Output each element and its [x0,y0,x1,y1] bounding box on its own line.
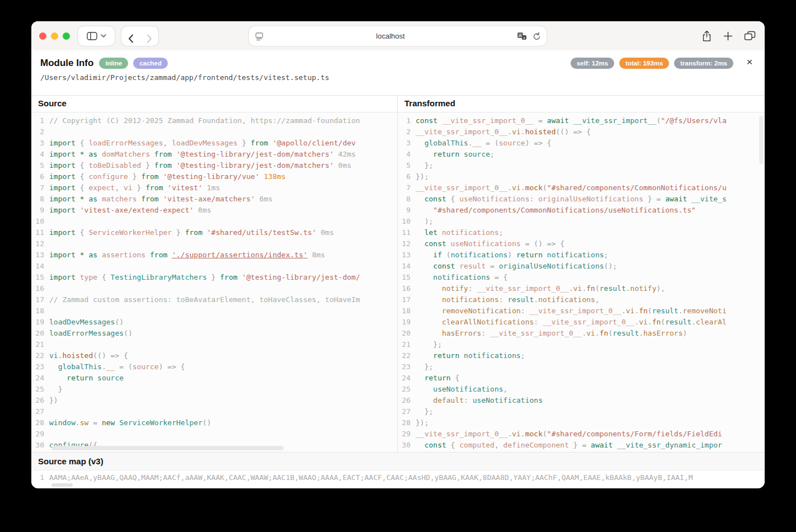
code-token: import [49,139,76,147]
code-token: . [76,418,80,427]
code-line: 8import * as matchers from 'vitest-axe/m… [31,194,397,205]
code-token: "#shared/components/CommonNotifications/… [433,206,696,214]
line-number: 27 [398,406,416,417]
page-title: Module Info [40,58,93,69]
forward-button[interactable] [140,29,158,43]
code-token: hoisted [525,128,556,136]
line-number: 12 [31,238,49,249]
code-token [416,385,433,393]
code-token: vi [639,318,648,326]
code-token [416,251,433,259]
line-number: 17 [398,294,416,305]
close-window-button[interactable] [39,32,46,40]
code-text: notifications: result.notifications, [416,294,600,305]
code-line: 5import { toBeDisabled } from '@testing-… [31,160,397,171]
code-token: useNotifications [459,195,529,203]
code-token: vi [586,329,595,337]
code-token: ServiceWorkerHelper [88,228,172,237]
translate-icon[interactable]: Ax [517,32,527,41]
code-token: clearAllNotifications [442,318,534,326]
code-token: vi [512,430,521,438]
line-number: 8 [398,194,416,205]
line-number: 23 [398,361,416,373]
code-token: matchers [102,195,137,203]
code-text: loadErrorMessages() [49,328,133,339]
code-token: , [595,295,600,304]
code-token: } [128,172,141,181]
code-token: . [102,362,106,371]
code-token: ), [657,284,666,293]
code-line: 18 removeNotification: __vite_ssr_import… [398,305,765,317]
line-number: 8 [31,194,49,205]
code-token: , [494,441,503,449]
code-token: ( [442,251,451,259]
line-number: 26 [398,395,416,406]
back-button[interactable] [121,29,140,43]
zoom-window-button[interactable] [63,32,70,40]
code-token [416,139,425,147]
page-format-icon[interactable] [255,31,264,41]
code-token: ( [648,307,652,315]
code-token [416,318,442,326]
code-line: 25 } [31,384,397,395]
code-line: 16 notify: __vite_ssr_import_0__.vi.fn(r… [398,283,765,294]
code-token: notify [630,284,657,293]
code-token: import [49,273,80,281]
address-bar[interactable]: localhost Ax [249,26,547,46]
code-text: import { configure } from '@testing-libr… [49,171,286,182]
code-token [416,284,442,293]
new-tab-button[interactable] [723,31,733,41]
code-text: }; [416,406,433,417]
source-code: 1// Copyright (C) 2012-2025 Zammad Found… [31,112,397,450]
line-number: 20 [31,328,49,339]
code-token: source [93,374,124,382]
code-line: 20loadErrorMessages() [31,328,397,339]
code-token: result [652,307,679,315]
code-token: return [433,351,459,360]
code-token: // Zammad custom assertions: toBeAvatarE… [49,295,360,304]
line-number: 2 [398,126,416,138]
code-token: from [185,228,202,237]
line-number: 19 [398,317,416,328]
code-token: , [503,385,508,393]
code-line: 26}) [31,395,397,406]
code-line: 8 const { useNotifications: originalUseN… [398,194,765,205]
timing-badges: self: 12mstotal: 193mstransform: 2ms [571,58,733,69]
code-token: 'vitest' [163,183,202,192]
timing-badge: self: 12ms [571,58,614,69]
code-token: . [691,318,696,326]
line-number: 7 [398,182,416,194]
code-token: ) => { [525,139,552,147]
reload-icon[interactable] [533,32,541,41]
module-link[interactable]: './support/assertions/index.ts' [172,251,308,259]
code-line: 19loadDevMessages() [31,317,397,328]
code-token: new [102,418,115,427]
share-button[interactable] [701,30,712,42]
sidebar-toggle-button[interactable] [78,26,115,46]
tab-overview-button[interactable] [744,31,756,41]
close-icon[interactable]: × [742,55,757,69]
minimize-window-button[interactable] [51,32,58,40]
sourcemap-section: Source map (v3) 1 AAMA;AAeA,yBAAG,QAAQ,M… [31,452,765,488]
code-token: = [88,418,101,427]
line-number: 6 [31,171,49,182]
code-token: await [591,441,613,449]
horizontal-scrollbar[interactable] [51,483,73,487]
vertical-scrollbar[interactable] [759,116,764,164]
code-token: from [137,195,163,203]
code-token: return [67,374,93,382]
code-text: return source; [416,149,494,160]
code-token [416,351,433,360]
module-info-header: Module Info inlinecached self: 12mstotal… [31,50,765,95]
url-text[interactable]: localhost [264,32,517,40]
code-text: clearAllNotifications: __vite_ssr_import… [416,317,727,328]
code-text: import { expect, vi } from 'vitest' 1ms [49,182,220,194]
code-token: useNotifications [446,239,521,248]
code-line: 27 }; [398,406,765,417]
horizontal-scrollbar[interactable] [51,446,284,450]
code-token: vi [512,128,521,136]
code-token [416,195,425,203]
code-text: }; [416,361,433,373]
line-number: 21 [31,339,49,350]
code-token: source [499,139,525,147]
